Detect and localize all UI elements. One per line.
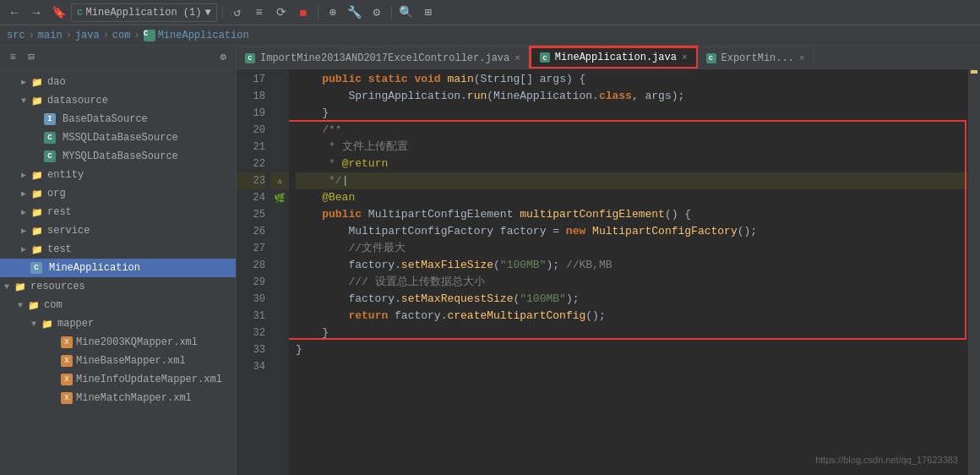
toolbar: ← → 🔖 C MineApplication (1) ▼ ↺ ≡ ⟳ ◼ ⊕ … [0,0,980,25]
tree-item-service[interactable]: ▶ 📁 service [0,221,236,240]
tree-item-dao[interactable]: ▶ 📁 dao [0,73,236,91]
tree-item-mineapplication[interactable]: ▶ C MineApplication [0,259,236,277]
tab-exportmin[interactable]: C ExportMin... × [698,46,814,68]
folder-icon: 📁 [30,224,44,238]
code-line-31: return factory.createMultipartConfig(); [296,308,968,325]
tree-item-com[interactable]: ▼ 📁 com [0,296,236,314]
sync-button[interactable]: ⟳ [272,3,291,22]
sidebar-gear-icon[interactable]: ⚙ [215,50,231,65]
sidebar: ≡ ⊟ ⚙ ▶ 📁 dao ▼ 📁 datasource [0,46,237,475]
xml-icon: X [61,374,73,385]
code-line-25: public MultipartConfigElement multipartC… [296,206,968,223]
code-line-26: MultipartConfigFactory factory = new Mul… [296,223,968,240]
sidebar-settings-icon[interactable]: ≡ [5,50,20,65]
search-button[interactable]: 🔍 [397,3,416,22]
tree-item-mapper[interactable]: ▼ 📁 mapper [0,314,236,333]
profile-button[interactable]: ⚙ [368,3,386,22]
tree-item-org[interactable]: ▶ 📁 org [0,184,236,203]
build-button[interactable]: ⊕ [324,3,342,22]
breadcrumb-com[interactable]: com [112,30,131,41]
gutter: ⚠ 🌿 [270,69,289,475]
code-line-28: factory.setMaxFileSize("100MB"); //KB,MB [296,257,968,274]
folder-icon: 📁 [30,168,44,182]
code-line-21: * 文件上传配置 [296,139,968,156]
tree-item-rest[interactable]: ▶ 📁 rest [0,203,236,221]
refresh-button[interactable]: ↺ [228,3,247,22]
class-icon: C [30,262,42,274]
tree-item-minebase[interactable]: ▶ X MineBaseMapper.xml [0,352,236,370]
folder-icon: 📁 [30,205,44,219]
scroll-marker [971,70,977,74]
xml-icon: X [61,355,73,367]
forward-button[interactable]: → [27,3,46,22]
separator3 [391,6,392,19]
bookmark-button[interactable]: 🔖 [49,3,68,22]
tools-button[interactable]: 🔧 [346,3,364,22]
code-line-18: SpringApplication.run(MineApplication.cl… [296,88,968,105]
code-line-33: } [296,341,968,358]
folder-icon: 📁 [14,280,27,293]
file-tree[interactable]: ▶ 📁 dao ▼ 📁 datasource ▶ I BaseDataSourc… [0,69,236,475]
main-area: ≡ ⊟ ⚙ ▶ 📁 dao ▼ 📁 datasource [0,46,980,475]
separator2 [318,6,318,19]
breadcrumb: src › main › java › com › C MineApplicat… [0,25,980,46]
breadcrumb-class[interactable]: C MineApplication [144,30,249,41]
interface-icon: I [44,113,56,125]
tree-item-basedatasource[interactable]: ▶ I BaseDataSource [0,110,236,128]
code-editor[interactable]: 17 18 19 20 21 22 23 24 25 26 27 28 29 3… [237,69,980,475]
tab-mineapplication[interactable]: C MineApplication.java × [530,46,698,68]
folder-icon: 📁 [41,317,54,330]
scroll-gutter[interactable] [968,69,980,475]
breadcrumb-main[interactable]: main [38,30,63,41]
code-line-20: /** [296,122,968,139]
code-line-19: } [296,105,968,122]
expand-arrow: ▼ [17,96,30,106]
code-line-30: factory.setMaxRequestSize("100MB"); [296,291,968,308]
tab-class-icon: C [706,53,716,63]
tree-item-mine2003[interactable]: ▶ X Mine2003KQMapper.xml [0,333,236,352]
tree-item-mineinfoupdate[interactable]: ▶ X MineInfoUpdateMapper.xml [0,370,236,389]
code-line-17: public static void main(String[] args) { [296,71,968,88]
expand-arrow: ▶ [17,188,30,199]
tab-close-icon[interactable]: × [799,53,805,63]
xml-icon: X [61,392,73,404]
stop-button[interactable]: ◼ [294,3,313,22]
breadcrumb-java[interactable]: java [75,30,100,41]
warning-gutter-icon: ⚠ [270,172,289,189]
class-icon: C [144,30,155,41]
tree-item-mysql[interactable]: ▶ C MYSQLDataBaseSource [0,147,236,166]
tab-close-icon[interactable]: × [682,52,688,63]
xml-icon: X [61,336,73,348]
code-line-34 [296,358,968,375]
tree-item-resources[interactable]: ▼ 📁 resources [0,277,236,296]
app-dropdown[interactable]: C MineApplication (1) ▼ [71,3,217,22]
folder-icon: 📁 [27,298,41,312]
grid-button[interactable]: ⊞ [419,3,438,22]
expand-arrow: ▶ [17,244,30,254]
separator [222,6,223,19]
editor-area: C ImportMine2013AND2017ExcelController.j… [237,46,980,475]
tree-item-datasource[interactable]: ▼ 📁 datasource [0,91,236,110]
code-line-22: * @return [296,156,968,172]
tab-importmine[interactable]: C ImportMine2013AND2017ExcelController.j… [237,46,530,68]
back-button[interactable]: ← [5,3,24,22]
tab-close-icon[interactable]: × [514,53,520,63]
bean-gutter-icon: 🌿 [270,189,289,206]
expand-arrow: ▶ [17,207,30,217]
tree-item-mssql[interactable]: ▶ C MSSQLDataBaseSource [0,128,236,147]
tree-item-test[interactable]: ▶ 📁 test [0,240,236,259]
sidebar-toolbar: ≡ ⊟ ⚙ [0,46,236,69]
code-line-29: /// 设置总上传数据总大小 [296,274,968,291]
code-content[interactable]: public static void main(String[] args) {… [289,69,968,475]
tree-item-minematch[interactable]: ▶ X MineMatchMapper.xml [0,389,236,407]
breadcrumb-src[interactable]: src [7,30,25,41]
tab-class-icon: C [540,52,550,63]
menu-button[interactable]: ≡ [250,3,269,22]
tabs-bar: C ImportMine2013AND2017ExcelController.j… [237,46,980,69]
expand-arrow: ▶ [17,77,30,87]
tree-item-entity[interactable]: ▶ 📁 entity [0,166,236,184]
expand-arrow: ▼ [14,301,27,310]
sidebar-collapse-icon[interactable]: ⊟ [24,50,39,65]
watermark: https://blog.csdn.net/qq_17623383 [815,451,958,468]
expand-arrow: ▼ [0,282,14,292]
